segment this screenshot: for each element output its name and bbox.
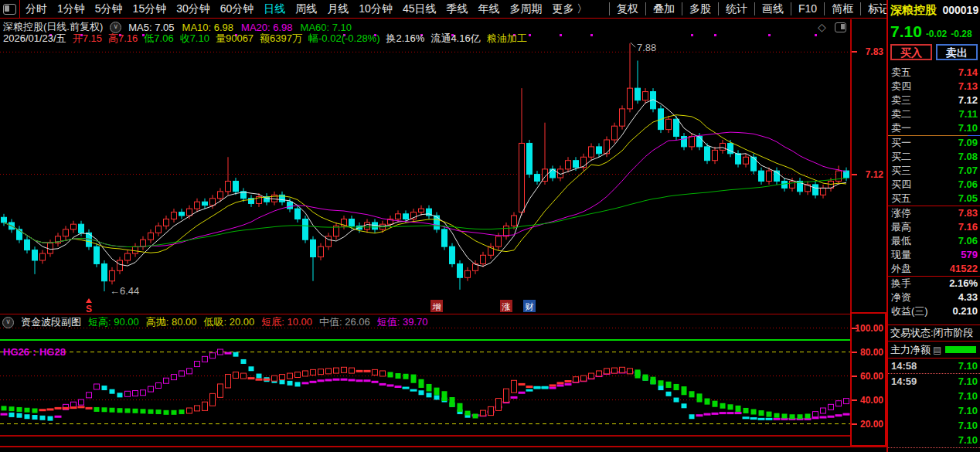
bottom-border-line <box>0 446 886 447</box>
chart-separator-line <box>0 314 886 314</box>
tick-row[interactable]: 14:587.10 <box>888 359 980 373</box>
toolbar-button-画线[interactable]: 画线 <box>754 2 791 15</box>
svg-text:←6.44: ←6.44 <box>110 285 139 297</box>
candlestick-canvas[interactable]: ←6.447.88S增涨财 <box>0 19 850 314</box>
bid-row[interactable]: 买五7.05 <box>888 192 980 206</box>
stat-row[interactable]: 现量579 <box>888 248 980 262</box>
tick-row[interactable]: 7.10 <box>888 433 980 447</box>
period-item-多周期[interactable]: 多周期 <box>509 2 542 16</box>
stat-row[interactable]: 最高7.16 <box>888 220 980 234</box>
stat-row[interactable]: 换手2.16% <box>888 277 980 291</box>
axis-tick-mark <box>852 174 857 175</box>
stat-row-value: 41522 <box>950 262 978 276</box>
bid-row-label: 买五 <box>891 192 911 206</box>
bid-row[interactable]: 买二7.08 <box>888 150 980 164</box>
ask-row[interactable]: 卖一7.10 <box>888 121 980 135</box>
tick-divider <box>888 447 980 448</box>
axis-tick-mark <box>852 376 857 377</box>
toolbar-button-统计[interactable]: 统计 <box>718 2 754 15</box>
chevron-down-icon[interactable]: ∨ <box>2 317 14 328</box>
period-item-年线[interactable]: 年线 <box>478 2 499 16</box>
ask-row[interactable]: 卖二7.11 <box>888 107 980 121</box>
ask-row[interactable]: 卖四7.13 <box>888 80 980 93</box>
stock-name: 深粮控股 <box>890 3 937 16</box>
main-candlestick-chart[interactable]: 深粮控股(日线.前复权) ∨ MA5: 7.05MA10: 6.98MA20: … <box>0 19 850 314</box>
svg-text:涨: 涨 <box>502 302 511 311</box>
axis-tick-mark <box>852 352 857 353</box>
stat-row-value: 579 <box>961 248 978 262</box>
axis-tick-label: 20.00 <box>860 419 883 430</box>
bid-row-label: 买一 <box>891 136 911 150</box>
axis-tick-mark <box>852 51 857 53</box>
period-item-分时[interactable]: 分时 <box>26 2 47 16</box>
stat-row-value: 7.16 <box>958 220 978 234</box>
split-view-icon[interactable] <box>835 22 846 32</box>
period-item-1分钟[interactable]: 1分钟 <box>57 2 85 16</box>
stat-row[interactable]: 收益(三)0.210 <box>888 304 980 318</box>
period-item-30分钟[interactable]: 30分钟 <box>176 2 210 16</box>
svg-text:7.88: 7.88 <box>637 42 656 53</box>
stat-row[interactable]: 最低7.06 <box>888 234 980 248</box>
period-item-更多 〉[interactable]: 更多 〉 <box>552 2 587 16</box>
period-menu: 分时1分钟5分钟15分钟30分钟60分钟日线周线月线10分钟45日线季线年线多周… <box>26 2 587 16</box>
period-item-10分钟[interactable]: 10分钟 <box>359 2 393 16</box>
tick-list: 14:587.1014:597.107.107.107.107.10 <box>888 359 980 448</box>
indicator-title: 资金波段副图 <box>21 315 81 329</box>
toolbar-button-叠加[interactable]: 叠加 <box>645 2 682 15</box>
indicator-param: 低吸: 20.00 <box>204 315 255 329</box>
stat-row-label: 净资 <box>891 291 911 304</box>
stat-row[interactable]: 外盘41522 <box>888 262 980 276</box>
period-item-日线[interactable]: 日线 <box>264 2 285 16</box>
indicator-sub-chart[interactable]: ∨ 资金波段副图 短高: 90.00高抛: 80.00低吸: 20.00短底: … <box>0 315 850 447</box>
stat-row[interactable]: 涨停7.83 <box>888 206 980 220</box>
info-token: 高7.16 <box>108 32 138 46</box>
ask-row[interactable]: 卖五7.14 <box>888 66 980 80</box>
ask-row[interactable]: 卖三7.12 <box>888 93 980 107</box>
bid-row[interactable]: 买四7.06 <box>888 178 980 192</box>
ask-row-value: 7.11 <box>958 107 978 121</box>
quote-row: 7.10 -0.02 -0.28 <box>888 22 980 42</box>
indicator-header: ∨ 资金波段副图 短高: 90.00高抛: 80.00低吸: 20.00短底: … <box>2 315 428 329</box>
ask-row-value: 7.14 <box>958 66 978 80</box>
period-item-15分钟[interactable]: 15分钟 <box>133 2 167 16</box>
stat-row-label: 最高 <box>891 220 911 234</box>
axis-tick-mark <box>852 399 857 401</box>
stat-row[interactable]: 净资4.33 <box>888 291 980 304</box>
info-token: 粮油加工 <box>487 32 527 46</box>
period-item-月线[interactable]: 月线 <box>327 2 349 16</box>
list-icon[interactable]: ▤ <box>933 345 941 355</box>
stat-row-value: 0.210 <box>952 304 978 318</box>
svg-text:S: S <box>86 304 92 314</box>
toolbar-button-F10[interactable]: F10 <box>791 2 824 15</box>
period-item-45日线[interactable]: 45日线 <box>403 2 437 16</box>
indicator-param: 短高: 90.00 <box>88 315 139 329</box>
period-item-5分钟[interactable]: 5分钟 <box>95 2 123 16</box>
tick-row[interactable]: 7.10 <box>888 418 980 433</box>
toolbar-button-简框[interactable]: 简框 <box>824 2 860 15</box>
tick-price: 7.10 <box>958 433 978 447</box>
tick-time: 14:59 <box>891 374 917 389</box>
netflow-bar <box>945 346 976 353</box>
indicator-canvas[interactable] <box>0 315 850 447</box>
tick-row[interactable]: 14:597.10 <box>888 374 980 389</box>
tick-time: 14:58 <box>891 359 917 373</box>
buy-button[interactable]: 买入 <box>890 44 932 60</box>
toolbar-divider <box>19 0 20 18</box>
period-item-周线[interactable]: 周线 <box>295 2 317 16</box>
tick-row[interactable]: 7.10 <box>888 389 980 403</box>
ask-row-label: 卖五 <box>891 66 911 80</box>
panel-toggle-icon[interactable] <box>3 4 16 15</box>
diamond-icon[interactable]: ◇ <box>818 21 826 33</box>
toolbar-button-多股[interactable]: 多股 <box>682 2 718 15</box>
ask-row-label: 卖四 <box>891 80 911 93</box>
bid-row[interactable]: 买一7.09 <box>888 136 980 150</box>
tick-row[interactable]: 7.10 <box>888 403 980 418</box>
period-item-季线[interactable]: 季线 <box>446 2 468 16</box>
price-axis: 7.837.12100.0080.0060.0040.0020.00 <box>850 19 886 447</box>
period-item-60分钟[interactable]: 60分钟 <box>220 2 254 16</box>
sell-button[interactable]: 卖出 <box>936 44 978 60</box>
axis-tick-mark <box>852 423 857 425</box>
toolbar-button-复权[interactable]: 复权 <box>609 2 645 15</box>
bid-row[interactable]: 买三7.07 <box>888 164 980 178</box>
ask-levels: 卖五7.14卖四7.13卖三7.12卖二7.11卖一7.10 <box>888 66 980 135</box>
